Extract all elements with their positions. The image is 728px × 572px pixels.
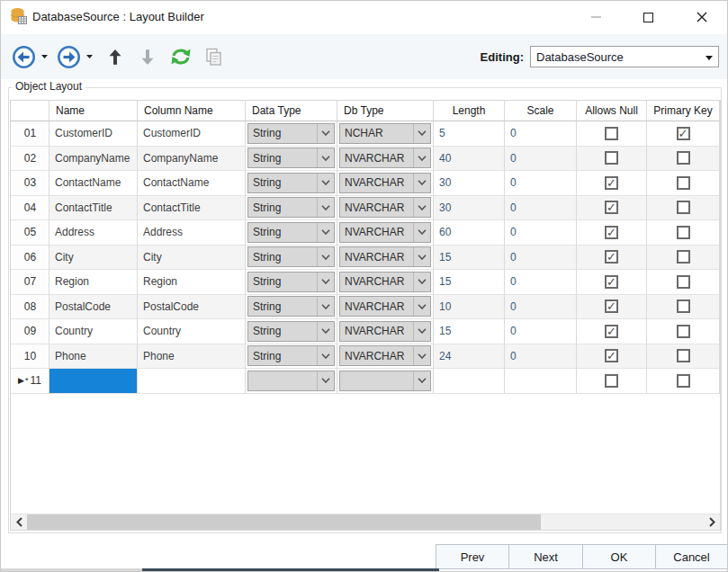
data-type-dropdown[interactable]: String [247, 296, 335, 317]
cell-length[interactable]: 24 [434, 344, 505, 370]
cell-scale[interactable] [505, 369, 577, 394]
cancel-button[interactable]: Cancel [655, 544, 728, 569]
cell-column-name[interactable]: City [138, 246, 246, 271]
row-header[interactable]: 10 [11, 344, 49, 370]
chevron-down-icon[interactable] [413, 124, 430, 143]
allows-null-checkbox[interactable] [605, 127, 618, 140]
db-type-dropdown[interactable]: NVARCHAR [339, 147, 431, 168]
db-type-dropdown[interactable]: NVARCHAR [339, 272, 431, 292]
db-type-dropdown[interactable]: NVARCHAR [339, 321, 431, 342]
row-header[interactable]: 05 [11, 220, 49, 246]
cell-name[interactable]: Country [49, 319, 138, 344]
chevron-down-icon[interactable] [317, 371, 334, 390]
primary-key-checkbox[interactable] [677, 275, 690, 289]
chevron-down-icon[interactable] [317, 273, 334, 291]
cell-scale[interactable]: 0 [505, 246, 577, 271]
db-type-dropdown[interactable]: NVARCHAR [339, 246, 431, 267]
row-header[interactable]: 01 [11, 121, 49, 147]
cell-scale[interactable]: 0 [505, 171, 577, 196]
db-type-dropdown[interactable]: NVARCHAR [339, 222, 431, 243]
data-type-dropdown[interactable]: String [247, 272, 335, 292]
cell-column-name[interactable]: Region [138, 270, 246, 295]
forward-dropdown-button[interactable] [86, 41, 93, 72]
allows-null-checkbox[interactable] [605, 275, 618, 289]
cell-length[interactable]: 5 [434, 121, 505, 147]
cell-name[interactable]: Phone [49, 344, 138, 370]
column-header-data-type[interactable]: Data Type [246, 101, 337, 121]
db-type-dropdown[interactable]: NVARCHAR [339, 197, 431, 218]
row-header[interactable]: 06 [11, 246, 49, 271]
primary-key-checkbox[interactable] [677, 151, 690, 165]
chevron-down-icon[interactable] [317, 223, 334, 242]
primary-key-checkbox[interactable] [677, 176, 690, 190]
cell-length[interactable]: 15 [434, 270, 505, 295]
forward-button[interactable] [57, 41, 81, 72]
data-type-dropdown[interactable]: String [247, 246, 335, 267]
allows-null-checkbox[interactable] [605, 325, 618, 338]
cell-scale[interactable]: 0 [505, 270, 577, 295]
scroll-left-button[interactable] [11, 514, 27, 530]
allows-null-checkbox[interactable] [605, 226, 618, 239]
cell-length[interactable]: 10 [434, 295, 505, 320]
chevron-down-icon[interactable] [317, 174, 334, 192]
chevron-down-icon[interactable] [317, 124, 334, 143]
editing-combobox[interactable]: DatabaseSource [530, 46, 719, 67]
move-down-button[interactable] [141, 41, 154, 72]
row-header[interactable]: 08 [11, 295, 49, 320]
back-button[interactable] [12, 41, 36, 72]
chevron-down-icon[interactable] [413, 148, 430, 167]
cell-column-name[interactable]: ContactName [138, 171, 246, 196]
primary-key-checkbox[interactable] [677, 349, 690, 362]
primary-key-checkbox[interactable] [677, 374, 690, 388]
allows-null-checkbox[interactable] [605, 151, 618, 165]
chevron-down-icon[interactable] [317, 322, 334, 341]
chevron-down-icon[interactable] [413, 174, 430, 192]
cell-column-name[interactable] [138, 369, 246, 394]
db-type-dropdown[interactable]: NCHAR [339, 123, 431, 144]
row-header[interactable]: 09 [11, 319, 49, 344]
column-header-scale[interactable]: Scale [505, 101, 577, 121]
cell-name[interactable]: PostalCode [49, 295, 138, 320]
data-type-dropdown[interactable]: String [247, 123, 335, 144]
cell-column-name[interactable]: ContactTitle [138, 196, 246, 221]
refresh-button[interactable] [170, 41, 192, 72]
cell-name[interactable]: CustomerID [49, 121, 138, 147]
primary-key-checkbox[interactable] [677, 201, 690, 214]
cell-length[interactable] [434, 369, 505, 394]
column-header-column-name[interactable]: Column Name [138, 101, 246, 121]
chevron-down-icon[interactable] [413, 273, 430, 291]
data-type-dropdown[interactable]: String [247, 222, 335, 243]
cell-name[interactable]: CompanyName [49, 147, 138, 172]
move-up-button[interactable] [109, 41, 121, 72]
row-header[interactable]: 02 [11, 147, 49, 172]
column-header-primary-key[interactable]: Primary Key [647, 101, 720, 121]
cell-length[interactable]: 60 [434, 220, 505, 246]
cell-length[interactable]: 30 [434, 171, 505, 196]
allows-null-checkbox[interactable] [605, 349, 618, 362]
cell-column-name[interactable]: CustomerID [138, 121, 246, 147]
chevron-down-icon[interactable] [317, 148, 334, 167]
data-type-dropdown[interactable]: String [247, 173, 335, 193]
cell-column-name[interactable]: Address [138, 220, 246, 246]
cell-scale[interactable]: 0 [505, 196, 577, 221]
data-type-dropdown[interactable]: String [247, 197, 335, 218]
column-header-allows-null[interactable]: Allows Null [577, 101, 647, 121]
chevron-down-icon[interactable] [317, 346, 334, 365]
scroll-right-button[interactable] [704, 514, 720, 530]
maximize-button[interactable] [628, 1, 668, 33]
cell-scale[interactable]: 0 [505, 220, 577, 246]
chevron-down-icon[interactable] [317, 297, 334, 316]
ok-button[interactable]: OK [582, 544, 656, 569]
cell-name[interactable]: Address [49, 220, 138, 246]
scrollbar-track[interactable] [27, 514, 704, 530]
cell-scale[interactable]: 0 [505, 295, 577, 320]
data-type-dropdown[interactable] [247, 371, 335, 391]
allows-null-checkbox[interactable] [605, 250, 618, 264]
allows-null-checkbox[interactable] [605, 201, 618, 214]
column-header-name[interactable]: Name [49, 101, 138, 121]
cell-scale[interactable]: 0 [505, 319, 577, 344]
prev-button[interactable]: Prev [436, 544, 509, 569]
minimize-button[interactable] [576, 1, 616, 33]
cell-scale[interactable]: 0 [505, 121, 577, 147]
chevron-down-icon[interactable] [317, 247, 334, 266]
